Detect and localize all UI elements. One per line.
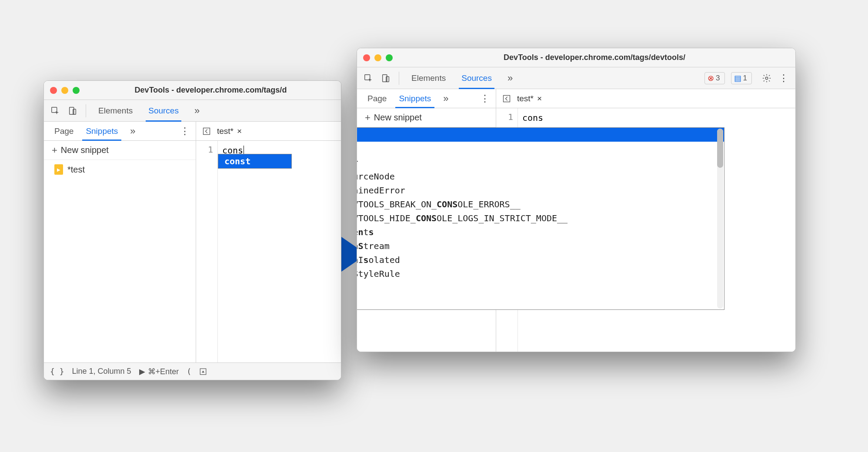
issue-icon: ▤ [734, 73, 741, 83]
more-tabs-button[interactable]: » [501, 68, 519, 89]
scrollbar-thumb[interactable] [717, 129, 723, 168]
autocomplete-item[interactable]: CompressionStream [357, 239, 724, 253]
autocomplete-item[interactable]: OverconstrainedError [357, 183, 724, 197]
new-snippet-label: New snippet [61, 145, 109, 155]
coverage-button[interactable]: ( [187, 367, 191, 376]
editor-tabs: test* × [196, 122, 341, 140]
file-tab-label: test* [217, 126, 234, 136]
nav-back-icon[interactable] [501, 93, 513, 105]
issues-badge[interactable]: ▤ 1 [731, 72, 752, 84]
device-toolbar-icon[interactable] [66, 104, 80, 118]
tab-elements[interactable]: Elements [92, 100, 139, 121]
code-area[interactable]: cons const [218, 141, 341, 362]
navigator-tabs: Page Snippets » ⋮ [357, 89, 496, 108]
window-title: DevTools - developer.chrome.com/tags/d [87, 86, 335, 95]
history-button[interactable] [199, 368, 207, 376]
window-body: + New snippet *test 1 cons const [44, 141, 341, 362]
minimize-window-button[interactable] [374, 54, 381, 61]
autocomplete-item[interactable]: CSSCounterStyleRule [357, 267, 724, 281]
main-toolbar: Elements Sources » [44, 100, 341, 122]
settings-icon[interactable] [760, 71, 774, 85]
tab-elements[interactable]: Elements [405, 68, 452, 89]
file-tab-label: test* [517, 94, 534, 103]
new-snippet-button[interactable]: + New snippet [44, 141, 196, 160]
tab-page[interactable]: Page [48, 122, 80, 140]
plus-icon: + [52, 145, 57, 156]
autocomplete-item[interactable]: customElements [357, 225, 724, 239]
svg-rect-8 [386, 76, 389, 82]
autocomplete-item[interactable]: const [357, 142, 724, 156]
snippet-file-icon [54, 164, 63, 175]
devtools-window-after: DevTools - developer.chrome.com/tags/dev… [357, 48, 796, 352]
issue-count: 1 [743, 74, 747, 83]
autocomplete-item[interactable]: constructor [357, 156, 724, 170]
tab-sources[interactable]: Sources [142, 100, 185, 121]
file-tab-test[interactable]: test* × [217, 126, 242, 136]
cursor-position: Line 1, Column 5 [72, 367, 131, 376]
tab-snippets[interactable]: Snippets [80, 122, 124, 140]
autocomplete-item[interactable]: console [357, 128, 724, 142]
navigator-more-tabs[interactable]: » [437, 90, 454, 108]
nav-back-icon[interactable] [200, 125, 213, 137]
window-controls [50, 87, 80, 94]
select-element-icon[interactable] [361, 71, 375, 85]
window-controls [363, 54, 393, 61]
titlebar: DevTools - developer.chrome.com/tags/d [44, 81, 341, 100]
svg-rect-4 [204, 128, 210, 134]
svg-rect-10 [504, 95, 510, 102]
file-tab-test[interactable]: test* × [517, 94, 542, 103]
typed-text: cons [522, 113, 543, 123]
autocomplete-item[interactable]: __REACT_DEVTOOLS_BREAK_ON_CONSOLE_ERRORS… [357, 197, 724, 211]
tab-sources[interactable]: Sources [455, 68, 498, 89]
close-window-button[interactable] [363, 54, 370, 61]
line-number: 1 [496, 112, 513, 122]
pretty-print-button[interactable]: { } [50, 367, 64, 376]
toolbar-divider [399, 72, 399, 85]
snippet-item-label: *test [67, 165, 85, 175]
autocomplete-item[interactable]: ConstantSourceNode [357, 170, 724, 183]
toolbar-divider [86, 104, 86, 117]
svg-point-9 [765, 77, 768, 80]
new-snippet-button[interactable]: + New snippet [357, 108, 496, 127]
run-snippet-button[interactable]: ▶ ⌘+Enter [139, 367, 179, 376]
minimize-window-button[interactable] [61, 87, 68, 94]
snippet-item[interactable]: *test [44, 160, 196, 179]
maximize-window-button[interactable] [73, 87, 80, 94]
snippets-sidebar: + New snippet *test [44, 141, 196, 362]
code-editor[interactable]: 1 cons const [196, 141, 341, 362]
line-gutter: 1 [196, 141, 218, 362]
maximize-window-button[interactable] [386, 54, 393, 61]
tab-snippets[interactable]: Snippets [393, 90, 437, 108]
line-number: 1 [196, 144, 213, 155]
titlebar: DevTools - developer.chrome.com/tags/dev… [357, 48, 795, 67]
tab-page[interactable]: Page [361, 90, 393, 108]
main-toolbar: Elements Sources » ⊗ 3 ▤ 1 ⋮ [357, 67, 795, 89]
plus-icon: + [365, 112, 371, 123]
navigator-more-tabs[interactable]: » [124, 122, 141, 140]
editor-tabs: test* × [496, 89, 795, 108]
navigator-tabs: Page Snippets » ⋮ [44, 122, 196, 140]
window-title: DevTools - developer.chrome.com/tags/dev… [400, 53, 789, 62]
new-snippet-label: New snippet [374, 113, 422, 123]
play-icon: ▶ [139, 367, 145, 376]
errors-badge[interactable]: ⊗ 3 [704, 72, 724, 84]
error-icon: ⊗ [708, 73, 714, 83]
select-element-icon[interactable] [48, 104, 62, 118]
run-shortcut-label: ⌘+Enter [148, 367, 179, 376]
navigator-menu-button[interactable]: ⋮ [479, 93, 491, 105]
status-bar: { } Line 1, Column 5 ▶ ⌘+Enter ( [44, 362, 341, 380]
more-tabs-button[interactable]: » [188, 100, 206, 121]
navigator-menu-button[interactable]: ⋮ [179, 125, 191, 137]
autocomplete-popup[interactable]: const [218, 154, 292, 169]
device-toolbar-icon[interactable] [379, 71, 393, 85]
autocomplete-item[interactable]: __REACT_DEVTOOLS_HIDE_CONSOLE_LOGS_IN_ST… [357, 211, 724, 225]
main-menu-button[interactable]: ⋮ [777, 71, 791, 85]
autocomplete-item[interactable]: crossOriginIsolated [357, 253, 724, 267]
close-window-button[interactable] [50, 87, 57, 94]
devtools-window-before: DevTools - developer.chrome.com/tags/d E… [43, 80, 341, 380]
close-tab-icon[interactable]: × [537, 94, 542, 103]
window-body: + New snippet * 1 cons consoleconstconst… [357, 108, 795, 352]
close-tab-icon[interactable]: × [237, 126, 242, 136]
autocomplete-popup[interactable]: consoleconstconstructorConstantSourceNod… [357, 127, 724, 310]
autocomplete-item[interactable]: const [218, 154, 291, 168]
